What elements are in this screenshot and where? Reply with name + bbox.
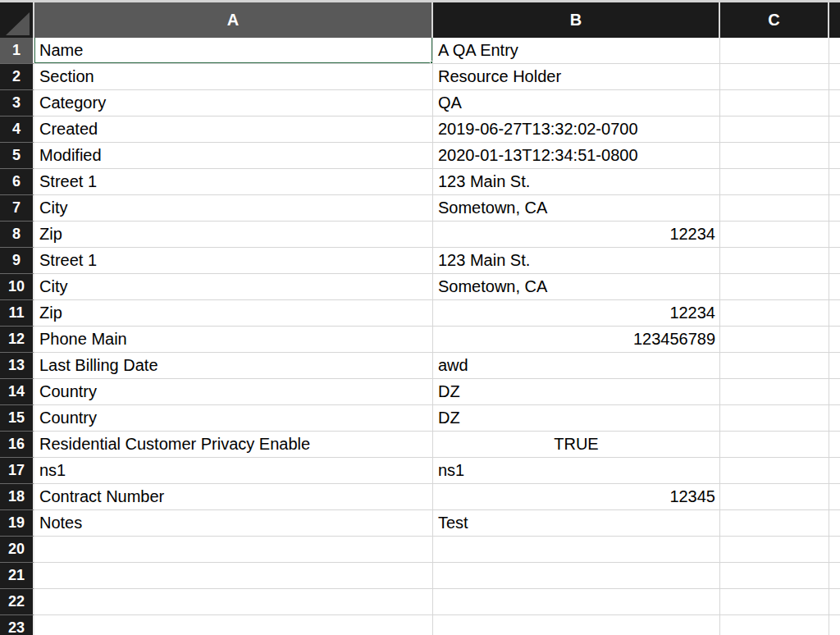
cell-b[interactable]: 2019-06-27T13:32:02-0700 — [433, 116, 720, 143]
cell-b[interactable]: TRUE — [433, 432, 720, 458]
cell-d[interactable] — [829, 300, 840, 327]
cell-c[interactable] — [720, 432, 829, 458]
cell-b[interactable]: 12234 — [433, 222, 720, 248]
cell-b[interactable]: 12345 — [433, 484, 720, 510]
row-header[interactable]: 8 — [0, 222, 34, 248]
cell-b[interactable]: A QA Entry — [433, 38, 720, 64]
row-header[interactable]: 16 — [0, 432, 34, 458]
cell-d[interactable] — [829, 327, 840, 353]
row-header[interactable]: 13 — [0, 353, 34, 379]
cell-a[interactable]: Street 1 — [34, 248, 433, 274]
cell-b[interactable] — [433, 589, 720, 615]
cell-a[interactable]: Last Billing Date — [34, 353, 433, 379]
cell-d[interactable] — [829, 379, 840, 405]
row-header[interactable]: 19 — [0, 510, 34, 537]
cell-a[interactable] — [34, 589, 433, 615]
cell-d[interactable] — [829, 353, 840, 379]
cell-c[interactable] — [720, 484, 829, 510]
row-header[interactable]: 12 — [0, 327, 34, 353]
cell-a[interactable]: Residential Customer Privacy Enable — [34, 432, 433, 458]
cell-b[interactable]: DZ — [433, 405, 720, 432]
row-header[interactable]: 10 — [0, 274, 34, 300]
cell-d[interactable] — [829, 405, 840, 432]
cell-c[interactable] — [720, 64, 829, 90]
cell-a[interactable] — [34, 537, 433, 563]
cell-a[interactable] — [34, 615, 433, 635]
cell-a[interactable]: Modified — [34, 143, 433, 169]
cell-d[interactable] — [829, 116, 840, 143]
row-header[interactable]: 9 — [0, 248, 34, 274]
cell-a[interactable]: Name — [34, 38, 433, 64]
cell-c[interactable] — [720, 537, 829, 563]
cell-c[interactable] — [720, 38, 829, 64]
cell-c[interactable] — [720, 274, 829, 300]
cell-d[interactable] — [829, 248, 840, 274]
cell-b[interactable]: DZ — [433, 379, 720, 405]
cell-b[interactable]: 123 Main St. — [433, 248, 720, 274]
cell-a[interactable]: Street 1 — [34, 169, 433, 195]
column-header-d[interactable] — [829, 2, 840, 38]
cell-c[interactable] — [720, 563, 829, 589]
cell-d[interactable] — [829, 90, 840, 116]
cell-b[interactable]: QA — [433, 90, 720, 116]
row-header[interactable]: 3 — [0, 90, 34, 116]
cell-d[interactable] — [829, 537, 840, 563]
cell-c[interactable] — [720, 510, 829, 537]
cell-d[interactable] — [829, 222, 840, 248]
column-header-a[interactable]: A — [34, 2, 433, 38]
row-header[interactable]: 14 — [0, 379, 34, 405]
cell-b[interactable] — [433, 537, 720, 563]
cell-d[interactable] — [829, 432, 840, 458]
cell-b[interactable]: 123 Main St. — [433, 169, 720, 195]
cell-c[interactable] — [720, 90, 829, 116]
cell-c[interactable] — [720, 116, 829, 143]
cell-c[interactable] — [720, 615, 829, 635]
cell-c[interactable] — [720, 327, 829, 353]
cell-a[interactable]: City — [34, 195, 433, 222]
select-all-button[interactable] — [0, 2, 34, 38]
row-header[interactable]: 2 — [0, 64, 34, 90]
row-header[interactable]: 20 — [0, 537, 34, 563]
row-header[interactable]: 4 — [0, 116, 34, 143]
cell-c[interactable] — [720, 300, 829, 327]
column-header-c[interactable]: C — [720, 2, 829, 38]
cell-b[interactable]: ns1 — [433, 458, 720, 484]
cell-a[interactable]: Zip — [34, 222, 433, 248]
cell-b[interactable]: Sometown, CA — [433, 195, 720, 222]
cell-a[interactable] — [34, 563, 433, 589]
column-header-b[interactable]: B — [433, 2, 720, 38]
cell-d[interactable] — [829, 510, 840, 537]
cell-a[interactable]: Phone Main — [34, 327, 433, 353]
cell-b[interactable]: Resource Holder — [433, 64, 720, 90]
cell-a[interactable]: Country — [34, 405, 433, 432]
row-header[interactable]: 5 — [0, 143, 34, 169]
cell-b[interactable]: Sometown, CA — [433, 274, 720, 300]
row-header[interactable]: 6 — [0, 169, 34, 195]
cell-b[interactable]: awd — [433, 353, 720, 379]
cell-b[interactable] — [433, 563, 720, 589]
row-header[interactable]: 22 — [0, 589, 34, 615]
row-header[interactable]: 23 — [0, 615, 34, 635]
cell-b[interactable]: Test — [433, 510, 720, 537]
cell-d[interactable] — [829, 563, 840, 589]
cell-a[interactable]: Created — [34, 116, 433, 143]
cell-b[interactable]: 2020-01-13T12:34:51-0800 — [433, 143, 720, 169]
cell-d[interactable] — [829, 274, 840, 300]
row-header[interactable]: 15 — [0, 405, 34, 432]
cell-d[interactable] — [829, 64, 840, 90]
cell-c[interactable] — [720, 195, 829, 222]
cell-b[interactable] — [433, 615, 720, 635]
cell-d[interactable] — [829, 143, 840, 169]
cell-a[interactable]: Zip — [34, 300, 433, 327]
row-header[interactable]: 7 — [0, 195, 34, 222]
cell-c[interactable] — [720, 222, 829, 248]
row-header[interactable]: 18 — [0, 484, 34, 510]
cell-c[interactable] — [720, 589, 829, 615]
row-header[interactable]: 21 — [0, 563, 34, 589]
cell-d[interactable] — [829, 615, 840, 635]
cell-c[interactable] — [720, 169, 829, 195]
row-header[interactable]: 17 — [0, 458, 34, 484]
cell-d[interactable] — [829, 484, 840, 510]
cell-d[interactable] — [829, 458, 840, 484]
cell-a[interactable]: Section — [34, 64, 433, 90]
